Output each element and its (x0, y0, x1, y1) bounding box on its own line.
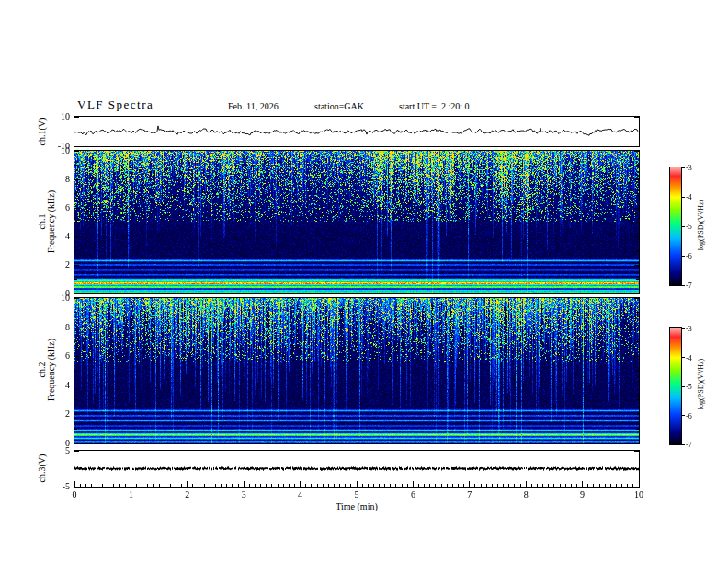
x-minor-tick-mark (599, 484, 600, 487)
x-minor-tick-mark (548, 484, 549, 487)
y-tick-mark (634, 414, 639, 415)
x-tick-mark (413, 481, 414, 487)
y-tick-mark (634, 385, 639, 385)
colorbar-tick-mark (682, 167, 685, 168)
y-tick-mark (634, 208, 639, 209)
x-minor-tick-mark (384, 484, 385, 487)
x-tick-label: 4 (291, 490, 310, 500)
x-minor-tick-mark (610, 484, 611, 487)
colorbar-tick-label: -5 (686, 223, 702, 231)
y-tick-mark (74, 265, 79, 266)
x-minor-tick-mark (113, 484, 114, 487)
y-minor-tick-mark (636, 165, 639, 166)
colorbar-tick-label: -6 (686, 252, 702, 260)
y-minor-tick-mark (636, 429, 639, 430)
x-minor-tick-mark (317, 484, 318, 487)
y-tick-mark (74, 132, 79, 132)
x-minor-tick-mark (560, 484, 561, 487)
x-minor-tick-mark (249, 484, 250, 487)
x-minor-tick-mark (452, 484, 453, 487)
y-minor-tick-mark (636, 312, 639, 313)
x-minor-tick-mark (418, 484, 419, 487)
colorbar-tick-mark (682, 357, 685, 358)
x-minor-tick-mark (97, 484, 97, 487)
ch2-spectrogram-canvas (74, 298, 639, 443)
y-tick-label: 4 (47, 381, 70, 390)
y-tick-label: 8 (47, 323, 70, 332)
y-tick-label: 10 (47, 112, 70, 121)
colorbar-ch1 (669, 167, 682, 286)
x-tick-mark (300, 481, 301, 487)
x-minor-tick-mark (402, 484, 403, 487)
x-minor-tick-mark (238, 484, 239, 487)
x-minor-tick-mark (289, 484, 290, 487)
x-tick-mark (131, 481, 131, 487)
plot-station: station=GAK (314, 101, 364, 111)
x-minor-tick-mark (429, 484, 430, 487)
ch2-spectrogram-panel (74, 297, 640, 444)
colorbar-tick-mark (682, 256, 685, 257)
colorbar-ch2-canvas (670, 328, 681, 444)
y-tick-mark (74, 293, 79, 294)
y-minor-tick-mark (74, 222, 77, 223)
x-minor-tick-mark (232, 484, 233, 487)
x-minor-tick-mark (176, 484, 176, 487)
x-minor-tick-mark (159, 484, 160, 487)
colorbar-tick-label: -3 (686, 325, 702, 333)
x-minor-tick-mark (192, 484, 193, 487)
x-minor-tick-mark (486, 484, 487, 487)
y-tick-mark (74, 327, 79, 327)
x-minor-tick-mark (147, 484, 148, 487)
x-minor-tick-mark (542, 484, 543, 487)
x-minor-tick-mark (142, 484, 142, 487)
x-minor-tick-mark (226, 484, 227, 487)
y-tick-label: 2 (47, 260, 70, 270)
colorbar-tick-label: -7 (686, 441, 702, 449)
x-minor-tick-mark (108, 484, 108, 487)
y-tick-mark (634, 236, 639, 237)
x-minor-tick-mark (587, 484, 588, 487)
x-minor-tick-mark (305, 484, 306, 487)
y-minor-tick-mark (636, 250, 639, 251)
y-tick-mark (74, 151, 79, 152)
x-minor-tick-mark (153, 484, 154, 487)
ch1-spectrogram-canvas (74, 151, 639, 293)
x-tick-mark (357, 481, 358, 487)
x-minor-tick-mark (266, 484, 267, 487)
y-minor-tick-mark (74, 250, 77, 251)
x-tick-label: 10 (630, 490, 648, 500)
x-minor-tick-mark (255, 484, 256, 487)
y-tick-mark (74, 443, 79, 444)
y-tick-label: 5 (47, 446, 70, 455)
x-minor-tick-mark (435, 484, 436, 487)
x-minor-tick-mark (311, 484, 312, 487)
y-minor-tick-mark (636, 341, 639, 342)
x-tick-label: 7 (461, 490, 479, 500)
x-minor-tick-mark (328, 484, 329, 487)
x-minor-tick-mark (621, 484, 622, 487)
y-minor-tick-mark (74, 165, 77, 166)
x-minor-tick-mark (395, 484, 396, 487)
y-tick-mark (74, 146, 79, 147)
y-minor-tick-mark (74, 279, 77, 280)
x-minor-tick-mark (323, 484, 324, 487)
x-minor-tick-mark (474, 484, 475, 487)
y-tick-mark (74, 298, 79, 299)
x-minor-tick-mark (571, 484, 572, 487)
x-tick-label: 3 (234, 490, 253, 500)
x-minor-tick-mark (181, 484, 182, 487)
colorbar-tick-label: -5 (686, 383, 702, 391)
colorbar-tick-label: -4 (686, 193, 702, 201)
x-minor-tick-mark (215, 484, 216, 487)
x-minor-tick-mark (531, 484, 532, 487)
colorbar-tick-mark (682, 226, 685, 227)
x-minor-tick-mark (271, 484, 272, 487)
y-minor-tick-mark (636, 222, 639, 223)
plot-title: VLF Spectra (77, 98, 154, 112)
y-tick-label: 6 (47, 351, 70, 361)
y-tick-label: 8 (47, 175, 70, 184)
x-minor-tick-mark (278, 484, 279, 487)
y-tick-mark (74, 356, 79, 357)
x-minor-tick-mark (514, 484, 515, 487)
y-tick-mark (74, 179, 79, 180)
